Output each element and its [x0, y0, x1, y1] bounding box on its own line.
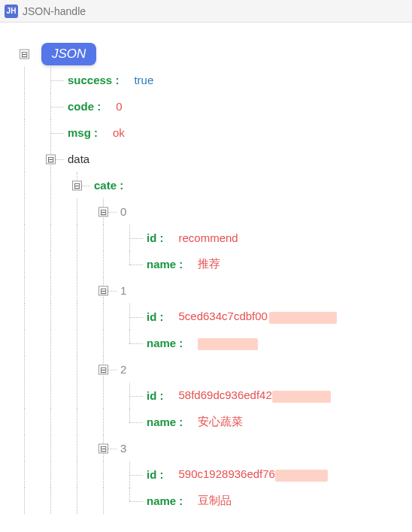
node-code[interactable]: code : 0 [15, 93, 412, 119]
key-name: name : [147, 258, 183, 271]
node-3-id[interactable]: id : 590c1928936edf76 [15, 461, 412, 488]
key-id: id : [147, 310, 164, 323]
node-success[interactable]: success : true [15, 67, 412, 93]
redacted-icon [272, 391, 331, 403]
collapse-icon[interactable]: ⊟ [98, 207, 108, 216]
node-index-0[interactable]: ⊟ 0 [15, 198, 412, 225]
key-name: name : [147, 337, 183, 349]
collapse-icon[interactable]: ⊟ [46, 154, 56, 164]
val-1-id: 5ced634c7cdbf00 [179, 310, 337, 323]
node-index-1[interactable]: ⊟ 1 [15, 277, 412, 304]
node-index-2[interactable]: ⊟ 2 [15, 356, 412, 382]
key-msg: msg : [68, 126, 98, 139]
root-node[interactable]: ⊟ JSON [15, 41, 412, 67]
collapse-icon[interactable]: ⊟ [98, 443, 108, 453]
collapse-icon[interactable]: ⊟ [98, 364, 108, 374]
collapse-icon[interactable]: ⊟ [72, 180, 82, 190]
index-3: 3 [120, 442, 126, 455]
node-1-id[interactable]: id : 5ced634c7cdbf00 [15, 304, 412, 330]
json-tree: ⊟ JSON success : true code : 0 msg : ok … [0, 23, 412, 514]
val-1-name [198, 336, 258, 349]
key-name: name : [147, 494, 183, 507]
key-cate: cate : [94, 179, 123, 192]
val-2-id: 58fd69dc936edf42 [179, 388, 331, 402]
window-title: JSON-handle [23, 5, 86, 17]
node-0-name[interactable]: name : 推荐 [15, 251, 412, 277]
redacted-icon [269, 312, 337, 324]
node-index-3[interactable]: ⊟ 3 [15, 435, 412, 461]
collapse-icon[interactable]: ⊟ [20, 49, 29, 59]
index-0: 0 [120, 205, 126, 218]
collapse-icon[interactable]: ⊟ [98, 286, 108, 295]
key-id: id : [147, 389, 164, 402]
json-root-badge[interactable]: JSON [41, 43, 96, 65]
node-1-name[interactable]: name : [15, 330, 412, 356]
node-3-name[interactable]: name : 豆制品 [15, 488, 412, 514]
node-2-id[interactable]: id : 58fd69dc936edf42 [15, 382, 412, 409]
val-0-name: 推荐 [198, 257, 220, 271]
val-success: true [134, 74, 153, 86]
key-id: id : [147, 468, 164, 481]
key-name: name : [147, 416, 183, 428]
titlebar: JH JSON-handle [0, 0, 412, 23]
val-code: 0 [116, 100, 122, 113]
index-1: 1 [120, 284, 126, 297]
index-2: 2 [120, 363, 126, 376]
app-logo-icon: JH [5, 5, 18, 18]
node-msg[interactable]: msg : ok [15, 119, 412, 146]
node-data[interactable]: ⊟ data [15, 146, 412, 172]
val-2-name: 安心蔬菜 [198, 415, 243, 429]
val-msg: ok [113, 126, 125, 139]
val-0-id: recommend [179, 231, 238, 244]
redacted-icon [198, 338, 258, 350]
redacted-icon [275, 470, 328, 482]
key-id: id : [147, 231, 164, 244]
val-3-id: 590c1928936edf76 [179, 467, 328, 481]
node-2-name[interactable]: name : 安心蔬菜 [15, 409, 412, 435]
key-code: code : [68, 100, 101, 113]
key-data: data [68, 153, 89, 165]
key-success: success : [68, 74, 119, 86]
node-cate[interactable]: ⊟ cate : [15, 172, 412, 198]
node-0-id[interactable]: id : recommend [15, 225, 412, 251]
val-3-name: 豆制品 [198, 494, 232, 508]
